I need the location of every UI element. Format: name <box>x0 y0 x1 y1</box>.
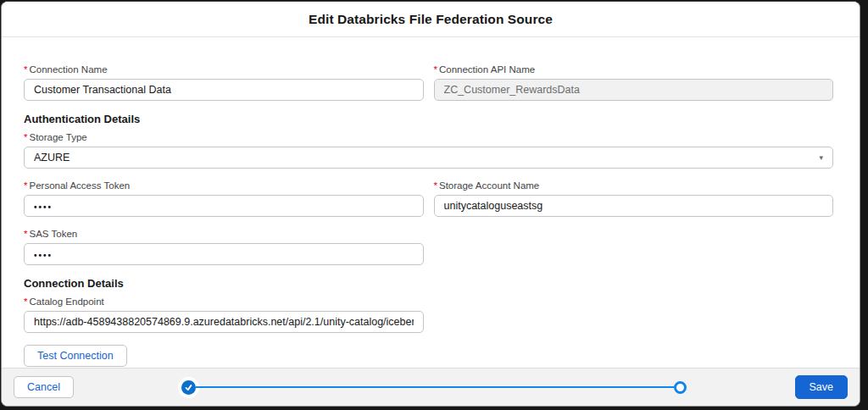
connection-name-label-text: Connection Name <box>29 64 107 75</box>
save-button[interactable]: Save <box>795 375 849 399</box>
edit-source-modal: Edit Databricks File Federation Source *… <box>1 1 860 407</box>
connection-api-name-input <box>434 79 834 101</box>
progress-step-1-complete[interactable] <box>181 380 196 395</box>
sas-token-label-text: SAS Token <box>29 229 77 239</box>
required-asterisk: * <box>24 64 27 75</box>
catalog-endpoint-label-text: Catalog Endpoint <box>29 296 103 307</box>
required-asterisk: * <box>434 180 437 191</box>
test-connection-button[interactable]: Test Connection <box>24 345 127 367</box>
required-asterisk: * <box>24 180 27 191</box>
check-icon <box>185 384 192 391</box>
modal-header: Edit Databricks File Federation Source <box>2 2 860 37</box>
personal-access-token-field: *Personal Access Token <box>24 180 424 217</box>
storage-type-select[interactable]: AZURE ▾ <box>24 147 833 169</box>
required-asterisk: * <box>24 132 27 142</box>
progress-step-2-current[interactable] <box>674 381 687 394</box>
progress-indicator <box>181 380 687 395</box>
connection-api-name-label-text: Connection API Name <box>439 64 535 75</box>
modal-footer: Cancel Save <box>2 368 860 406</box>
authentication-details-heading: Authentication Details <box>24 113 833 125</box>
sas-token-input[interactable] <box>24 243 424 265</box>
storage-account-name-label-text: Storage Account Name <box>439 180 539 191</box>
storage-type-field: *Storage Type AZURE ▾ <box>24 132 833 169</box>
connection-api-name-field: *Connection API Name <box>434 64 834 101</box>
storage-type-label-text: Storage Type <box>29 132 86 142</box>
catalog-endpoint-field: *Catalog Endpoint <box>24 296 424 333</box>
sas-token-field: *SAS Token <box>24 229 424 265</box>
connection-name-input[interactable] <box>24 79 424 101</box>
connection-api-name-label: *Connection API Name <box>434 64 834 75</box>
required-asterisk: * <box>24 296 27 307</box>
storage-type-selected-value: AZURE <box>34 152 70 163</box>
connection-details-heading: Connection Details <box>24 277 833 290</box>
storage-type-label: *Storage Type <box>24 132 833 143</box>
progress-track <box>196 386 674 389</box>
sas-token-label: *SAS Token <box>24 229 424 240</box>
personal-access-token-label: *Personal Access Token <box>24 180 424 191</box>
catalog-endpoint-label: *Catalog Endpoint <box>24 296 424 308</box>
storage-account-name-label: *Storage Account Name <box>434 180 834 191</box>
required-asterisk: * <box>434 64 437 75</box>
modal-title: Edit Databricks File Federation Source <box>309 12 553 27</box>
chevron-down-icon: ▾ <box>819 154 823 162</box>
storage-account-name-field: *Storage Account Name <box>434 180 834 217</box>
personal-access-token-input[interactable] <box>24 195 424 217</box>
modal-body: *Connection Name *Connection API Name Au… <box>2 37 860 368</box>
connection-name-label: *Connection Name <box>24 64 424 75</box>
cancel-button[interactable]: Cancel <box>14 376 74 398</box>
storage-account-name-input[interactable] <box>434 195 834 217</box>
personal-access-token-label-text: Personal Access Token <box>29 180 130 191</box>
catalog-endpoint-input[interactable] <box>24 311 424 333</box>
required-asterisk: * <box>24 229 27 239</box>
connection-name-field: *Connection Name <box>24 64 424 101</box>
